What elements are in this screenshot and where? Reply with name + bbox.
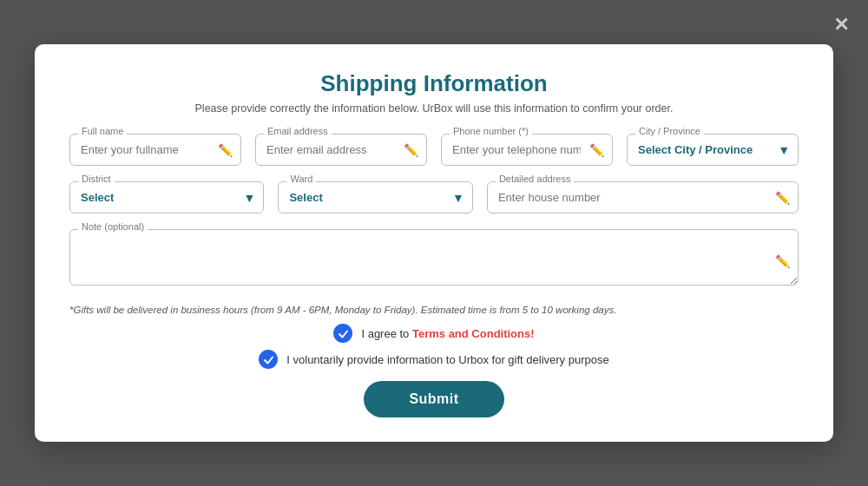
detailed-input[interactable] [487, 181, 799, 213]
email-input[interactable] [255, 134, 427, 166]
fullname-input[interactable] [69, 134, 241, 166]
form-row-note: Note (optional) ✏️ [69, 229, 799, 289]
terms-checkbox[interactable] [333, 324, 352, 343]
modal-container: Shipping Information Please provide corr… [35, 44, 833, 442]
form-row-2: District Select ▼ Ward Select ▼ Detailed… [69, 181, 799, 213]
phone-label: Phone number (*) [450, 126, 532, 136]
modal-subtitle: Please provide correctly the information… [69, 102, 799, 115]
phone-input[interactable] [441, 134, 613, 166]
phone-group: Phone number (*) ✏️ [441, 134, 613, 166]
detailed-label: Detailed address [496, 174, 575, 184]
note-group: Note (optional) ✏️ [69, 229, 799, 289]
fullname-group: Full name ✏️ [69, 134, 241, 166]
district-group: District Select ▼ [69, 181, 264, 213]
district-label: District [78, 174, 115, 184]
district-select[interactable]: Select [69, 181, 264, 213]
city-select[interactable]: Select City / Province [627, 134, 799, 166]
modal-title: Shipping Information [69, 70, 799, 97]
city-group: City / Province Select City / Province ▼ [627, 134, 799, 166]
terms-label: I agree to Terms and Conditions! [361, 327, 534, 340]
note-input[interactable] [69, 229, 799, 286]
note-label: Note (optional) [78, 221, 148, 232]
modal-overlay: ✕ Shipping Information Please provide co… [0, 0, 868, 486]
checkmark-icon-2 [263, 354, 274, 365]
disclaimer-text: *Gifts will be delivered in business hou… [69, 305, 799, 315]
email-label: Email address [264, 126, 332, 136]
fullname-label: Full name [78, 126, 127, 136]
email-group: Email address ✏️ [255, 134, 427, 166]
ward-group: Ward Select ▼ [278, 181, 472, 213]
consent-checkbox[interactable] [259, 350, 278, 369]
terms-link[interactable]: Terms and Conditions! [412, 327, 535, 340]
city-label: City / Province [635, 126, 704, 136]
ward-label: Ward [286, 174, 316, 184]
submit-button[interactable]: Submit [364, 381, 503, 417]
detailed-group: Detailed address ✏️ [487, 181, 799, 213]
terms-checkbox-row: I agree to Terms and Conditions! [69, 324, 799, 343]
checkmark-icon [338, 328, 349, 339]
consent-label: I voluntarily provide information to Urb… [286, 353, 608, 366]
consent-checkbox-row: I voluntarily provide information to Urb… [69, 350, 799, 369]
close-button[interactable]: ✕ [833, 16, 849, 35]
ward-select[interactable]: Select [278, 181, 472, 213]
form-row-1: Full name ✏️ Email address ✏️ Phone numb… [69, 134, 799, 166]
